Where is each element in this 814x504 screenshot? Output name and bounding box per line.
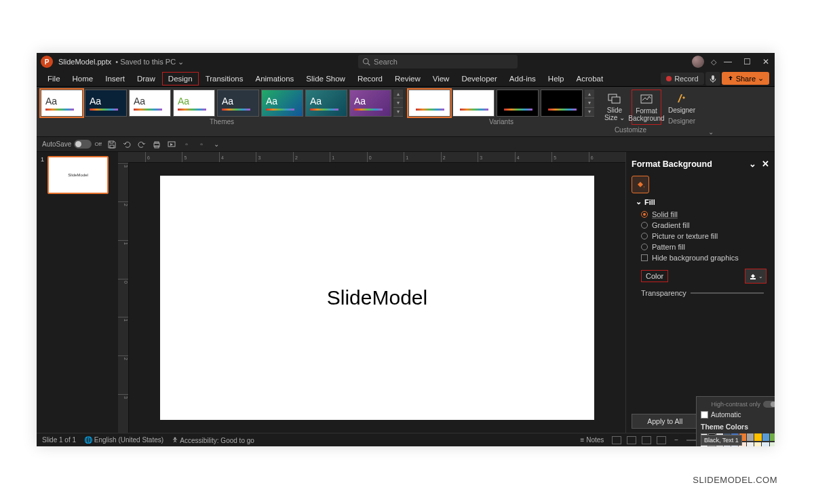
save-status[interactable]: • Saved to this PC ⌄ [115, 58, 184, 66]
theme-thumb[interactable]: Aa [41, 90, 83, 117]
qat-icon[interactable]: ▫ [182, 140, 191, 149]
color-picker-popup: High-contrast only Automatic Theme Color… [696, 396, 775, 446]
notes-button[interactable]: ≡ Notes [581, 436, 604, 444]
normal-view-icon[interactable] [612, 436, 621, 444]
user-avatar[interactable] [692, 56, 704, 68]
svg-rect-10 [750, 278, 756, 279]
apply-to-all-button[interactable]: Apply to All [632, 414, 699, 429]
slide-counter[interactable]: Slide 1 of 1 [42, 436, 76, 444]
tab-review[interactable]: Review [389, 73, 426, 85]
close-button[interactable]: ✕ [761, 57, 771, 66]
variant-thumb[interactable] [497, 90, 539, 117]
tab-view[interactable]: View [427, 73, 455, 85]
designer-button[interactable]: Designer [667, 90, 697, 116]
tab-help[interactable]: Help [543, 73, 570, 85]
theme-thumb[interactable]: Aa [129, 90, 171, 117]
theme-thumb[interactable]: Aa [261, 90, 303, 117]
tab-transitions[interactable]: Transitions [200, 73, 249, 85]
color-swatch[interactable] [747, 433, 754, 441]
redo-icon[interactable] [137, 140, 147, 149]
save-icon[interactable] [107, 140, 117, 149]
qat-more[interactable]: ⌄ [212, 140, 221, 149]
lightbulb-icon[interactable]: ◇ [711, 58, 716, 66]
svg-point-15 [174, 437, 176, 439]
color-swatch[interactable] [754, 433, 761, 441]
tab-slide-show[interactable]: Slide Show [301, 73, 351, 85]
color-swatch[interactable] [747, 442, 754, 446]
color-swatch[interactable] [762, 433, 769, 441]
record-button[interactable]: Record [661, 73, 703, 85]
filename: SlideModel.pptx [58, 58, 111, 66]
maximize-button[interactable]: ☐ [742, 57, 752, 66]
autosave-toggle[interactable]: AutoSave Off [42, 140, 102, 149]
slide-title-text[interactable]: SlideModel [327, 286, 427, 309]
color-swatch[interactable] [762, 442, 769, 446]
tab-home[interactable]: Home [67, 73, 99, 85]
theme-thumb[interactable]: Aa [173, 90, 215, 117]
variant-thumb[interactable] [541, 90, 583, 117]
zoom-out[interactable]: − [674, 436, 678, 444]
language-status[interactable]: 🌐 English (United States) [84, 436, 163, 444]
tab-design[interactable]: Design [162, 72, 199, 85]
tab-draw[interactable]: Draw [132, 73, 161, 85]
accessibility-status[interactable]: Accessibility: Good to go [172, 436, 254, 444]
theme-thumb[interactable]: Aa [217, 90, 259, 117]
ruler-vertical: 3210123 [118, 163, 129, 433]
app-icon: P [41, 56, 53, 68]
variant-thumb[interactable] [408, 90, 450, 117]
mic-button[interactable] [705, 72, 720, 85]
picture-fill-radio[interactable]: Picture or texture fill [636, 231, 769, 241]
pane-close-button[interactable]: ✕ [762, 159, 769, 169]
theme-thumb[interactable]: Aa [349, 90, 391, 117]
qat-icon[interactable]: ▫ [197, 140, 206, 149]
slideshow-view-icon[interactable] [657, 436, 666, 444]
tab-insert[interactable]: Insert [100, 73, 130, 85]
theme-thumb[interactable]: Aa [305, 90, 347, 117]
transparency-label: Transparency [641, 289, 686, 297]
canvas-area[interactable]: SlideModel [129, 163, 625, 433]
tab-file[interactable]: File [42, 73, 66, 85]
transparency-slider[interactable] [691, 292, 764, 294]
tab-acrobat[interactable]: Acrobat [571, 73, 609, 85]
variants-scroll[interactable]: ▴▾▾ [585, 90, 594, 117]
slide-thumbnail[interactable]: SlideModel [47, 156, 109, 194]
pane-dropdown[interactable]: ⌄ [749, 159, 756, 169]
format-background-button[interactable]: Format Background [632, 90, 661, 125]
minimize-button[interactable]: — [723, 57, 733, 66]
fill-tab-icon[interactable] [632, 176, 649, 193]
hide-graphics-check[interactable]: Hide background graphics [636, 252, 769, 263]
share-button[interactable]: Share ⌄ [722, 72, 769, 85]
tab-record[interactable]: Record [352, 73, 388, 85]
color-swatch[interactable] [770, 433, 775, 441]
reading-view-icon[interactable] [642, 436, 651, 444]
svg-rect-7 [155, 142, 159, 143]
themes-scroll[interactable]: ▴▾▾ [393, 90, 403, 117]
undo-icon[interactable] [122, 140, 132, 149]
ribbon-collapse[interactable]: ⌄ [705, 127, 717, 136]
print-icon[interactable] [152, 140, 161, 149]
slide-canvas[interactable]: SlideModel [160, 176, 594, 420]
high-contrast-toggle[interactable]: High-contrast only [699, 400, 775, 409]
search-icon [362, 58, 370, 66]
fill-expander[interactable]: ⌄ Fill [636, 197, 769, 206]
color-label: Color [641, 270, 668, 282]
solid-fill-radio[interactable]: Solid fill [636, 209, 769, 220]
color-swatch[interactable] [770, 442, 775, 446]
work-area: 1 SlideModel 6543210123456 3210123 Slide… [37, 152, 775, 433]
format-background-pane: Format Background ⌄ ✕ ⌄ Fill Solid fill … [625, 152, 775, 433]
theme-thumb[interactable]: Aa [85, 90, 127, 117]
color-picker-button[interactable]: ⌄ [745, 269, 767, 284]
designer-group: Designer Designer [667, 90, 697, 136]
from-beginning-icon[interactable] [167, 140, 176, 149]
tab-developer[interactable]: Developer [456, 73, 502, 85]
tab-animations[interactable]: Animations [250, 73, 299, 85]
sorter-view-icon[interactable] [627, 436, 636, 444]
slide-size-button[interactable]: Slide Size ⌄ [600, 90, 629, 125]
automatic-color[interactable]: Automatic [699, 409, 775, 421]
gradient-fill-radio[interactable]: Gradient fill [636, 220, 769, 231]
tab-add-ins[interactable]: Add-ins [504, 73, 541, 85]
search-input[interactable]: Search [358, 55, 518, 69]
color-swatch[interactable] [754, 442, 761, 446]
pattern-fill-radio[interactable]: Pattern fill [636, 241, 769, 252]
variant-thumb[interactable] [452, 90, 495, 117]
